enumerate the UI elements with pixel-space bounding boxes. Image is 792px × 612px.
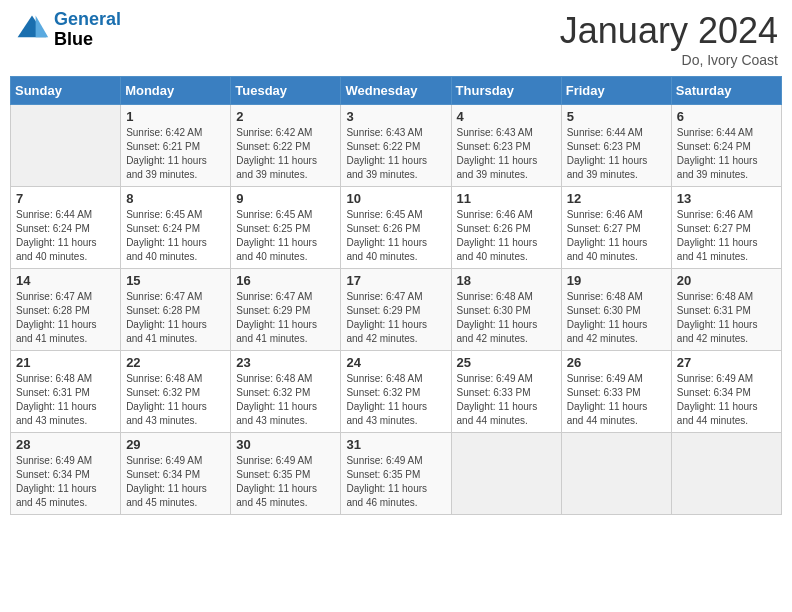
day-number: 26 <box>567 355 666 370</box>
day-info: Sunrise: 6:48 AM Sunset: 6:30 PM Dayligh… <box>457 290 556 346</box>
calendar-cell: 19Sunrise: 6:48 AM Sunset: 6:30 PM Dayli… <box>561 269 671 351</box>
day-number: 31 <box>346 437 445 452</box>
calendar-cell: 6Sunrise: 6:44 AM Sunset: 6:24 PM Daylig… <box>671 105 781 187</box>
calendar-cell: 21Sunrise: 6:48 AM Sunset: 6:31 PM Dayli… <box>11 351 121 433</box>
day-header-saturday: Saturday <box>671 77 781 105</box>
day-number: 16 <box>236 273 335 288</box>
day-number: 7 <box>16 191 115 206</box>
day-info: Sunrise: 6:47 AM Sunset: 6:28 PM Dayligh… <box>16 290 115 346</box>
calendar-cell: 5Sunrise: 6:44 AM Sunset: 6:23 PM Daylig… <box>561 105 671 187</box>
week-row-4: 21Sunrise: 6:48 AM Sunset: 6:31 PM Dayli… <box>11 351 782 433</box>
calendar-cell: 16Sunrise: 6:47 AM Sunset: 6:29 PM Dayli… <box>231 269 341 351</box>
calendar-cell: 23Sunrise: 6:48 AM Sunset: 6:32 PM Dayli… <box>231 351 341 433</box>
day-info: Sunrise: 6:45 AM Sunset: 6:24 PM Dayligh… <box>126 208 225 264</box>
calendar-cell: 31Sunrise: 6:49 AM Sunset: 6:35 PM Dayli… <box>341 433 451 515</box>
day-info: Sunrise: 6:45 AM Sunset: 6:26 PM Dayligh… <box>346 208 445 264</box>
day-info: Sunrise: 6:44 AM Sunset: 6:23 PM Dayligh… <box>567 126 666 182</box>
day-info: Sunrise: 6:48 AM Sunset: 6:32 PM Dayligh… <box>126 372 225 428</box>
svg-marker-1 <box>36 15 49 37</box>
logo-icon <box>14 12 50 48</box>
calendar-cell: 25Sunrise: 6:49 AM Sunset: 6:33 PM Dayli… <box>451 351 561 433</box>
calendar-cell: 17Sunrise: 6:47 AM Sunset: 6:29 PM Dayli… <box>341 269 451 351</box>
day-number: 4 <box>457 109 556 124</box>
day-number: 25 <box>457 355 556 370</box>
day-number: 14 <box>16 273 115 288</box>
day-info: Sunrise: 6:46 AM Sunset: 6:26 PM Dayligh… <box>457 208 556 264</box>
day-number: 19 <box>567 273 666 288</box>
day-info: Sunrise: 6:48 AM Sunset: 6:32 PM Dayligh… <box>346 372 445 428</box>
title-block: January 2024 Do, Ivory Coast <box>560 10 778 68</box>
day-info: Sunrise: 6:43 AM Sunset: 6:23 PM Dayligh… <box>457 126 556 182</box>
week-row-5: 28Sunrise: 6:49 AM Sunset: 6:34 PM Dayli… <box>11 433 782 515</box>
calendar-cell: 11Sunrise: 6:46 AM Sunset: 6:26 PM Dayli… <box>451 187 561 269</box>
day-info: Sunrise: 6:47 AM Sunset: 6:29 PM Dayligh… <box>236 290 335 346</box>
day-number: 9 <box>236 191 335 206</box>
day-number: 10 <box>346 191 445 206</box>
day-number: 27 <box>677 355 776 370</box>
day-number: 6 <box>677 109 776 124</box>
day-info: Sunrise: 6:48 AM Sunset: 6:31 PM Dayligh… <box>677 290 776 346</box>
calendar-cell: 14Sunrise: 6:47 AM Sunset: 6:28 PM Dayli… <box>11 269 121 351</box>
day-info: Sunrise: 6:42 AM Sunset: 6:21 PM Dayligh… <box>126 126 225 182</box>
day-number: 1 <box>126 109 225 124</box>
calendar-cell: 13Sunrise: 6:46 AM Sunset: 6:27 PM Dayli… <box>671 187 781 269</box>
day-header-thursday: Thursday <box>451 77 561 105</box>
logo: General Blue <box>14 10 121 50</box>
day-info: Sunrise: 6:47 AM Sunset: 6:29 PM Dayligh… <box>346 290 445 346</box>
calendar-table: SundayMondayTuesdayWednesdayThursdayFrid… <box>10 76 782 515</box>
day-number: 12 <box>567 191 666 206</box>
day-info: Sunrise: 6:48 AM Sunset: 6:31 PM Dayligh… <box>16 372 115 428</box>
calendar-cell: 4Sunrise: 6:43 AM Sunset: 6:23 PM Daylig… <box>451 105 561 187</box>
day-info: Sunrise: 6:49 AM Sunset: 6:35 PM Dayligh… <box>236 454 335 510</box>
calendar-cell: 9Sunrise: 6:45 AM Sunset: 6:25 PM Daylig… <box>231 187 341 269</box>
calendar-cell: 2Sunrise: 6:42 AM Sunset: 6:22 PM Daylig… <box>231 105 341 187</box>
day-header-friday: Friday <box>561 77 671 105</box>
day-number: 15 <box>126 273 225 288</box>
day-number: 30 <box>236 437 335 452</box>
day-info: Sunrise: 6:42 AM Sunset: 6:22 PM Dayligh… <box>236 126 335 182</box>
calendar-cell: 18Sunrise: 6:48 AM Sunset: 6:30 PM Dayli… <box>451 269 561 351</box>
day-number: 8 <box>126 191 225 206</box>
calendar-cell <box>671 433 781 515</box>
calendar-cell: 3Sunrise: 6:43 AM Sunset: 6:22 PM Daylig… <box>341 105 451 187</box>
calendar-cell: 7Sunrise: 6:44 AM Sunset: 6:24 PM Daylig… <box>11 187 121 269</box>
calendar-cell: 28Sunrise: 6:49 AM Sunset: 6:34 PM Dayli… <box>11 433 121 515</box>
day-number: 24 <box>346 355 445 370</box>
day-number: 22 <box>126 355 225 370</box>
calendar-cell: 10Sunrise: 6:45 AM Sunset: 6:26 PM Dayli… <box>341 187 451 269</box>
week-row-2: 7Sunrise: 6:44 AM Sunset: 6:24 PM Daylig… <box>11 187 782 269</box>
calendar-cell <box>561 433 671 515</box>
calendar-cell: 15Sunrise: 6:47 AM Sunset: 6:28 PM Dayli… <box>121 269 231 351</box>
day-number: 28 <box>16 437 115 452</box>
day-info: Sunrise: 6:48 AM Sunset: 6:30 PM Dayligh… <box>567 290 666 346</box>
calendar-cell: 1Sunrise: 6:42 AM Sunset: 6:21 PM Daylig… <box>121 105 231 187</box>
day-info: Sunrise: 6:45 AM Sunset: 6:25 PM Dayligh… <box>236 208 335 264</box>
day-number: 18 <box>457 273 556 288</box>
day-info: Sunrise: 6:47 AM Sunset: 6:28 PM Dayligh… <box>126 290 225 346</box>
month-title: January 2024 <box>560 10 778 52</box>
day-number: 21 <box>16 355 115 370</box>
calendar-cell: 29Sunrise: 6:49 AM Sunset: 6:34 PM Dayli… <box>121 433 231 515</box>
calendar-cell <box>11 105 121 187</box>
day-header-sunday: Sunday <box>11 77 121 105</box>
day-info: Sunrise: 6:46 AM Sunset: 6:27 PM Dayligh… <box>567 208 666 264</box>
day-number: 5 <box>567 109 666 124</box>
day-number: 29 <box>126 437 225 452</box>
day-number: 20 <box>677 273 776 288</box>
day-number: 11 <box>457 191 556 206</box>
day-header-wednesday: Wednesday <box>341 77 451 105</box>
days-row: SundayMondayTuesdayWednesdayThursdayFrid… <box>11 77 782 105</box>
calendar-cell: 12Sunrise: 6:46 AM Sunset: 6:27 PM Dayli… <box>561 187 671 269</box>
day-info: Sunrise: 6:49 AM Sunset: 6:34 PM Dayligh… <box>126 454 225 510</box>
day-number: 23 <box>236 355 335 370</box>
day-info: Sunrise: 6:49 AM Sunset: 6:33 PM Dayligh… <box>567 372 666 428</box>
day-header-monday: Monday <box>121 77 231 105</box>
page-header: General Blue January 2024 Do, Ivory Coas… <box>10 10 782 68</box>
day-info: Sunrise: 6:48 AM Sunset: 6:32 PM Dayligh… <box>236 372 335 428</box>
day-info: Sunrise: 6:46 AM Sunset: 6:27 PM Dayligh… <box>677 208 776 264</box>
calendar-header: SundayMondayTuesdayWednesdayThursdayFrid… <box>11 77 782 105</box>
calendar-cell: 22Sunrise: 6:48 AM Sunset: 6:32 PM Dayli… <box>121 351 231 433</box>
day-info: Sunrise: 6:49 AM Sunset: 6:33 PM Dayligh… <box>457 372 556 428</box>
location: Do, Ivory Coast <box>560 52 778 68</box>
calendar-cell: 26Sunrise: 6:49 AM Sunset: 6:33 PM Dayli… <box>561 351 671 433</box>
